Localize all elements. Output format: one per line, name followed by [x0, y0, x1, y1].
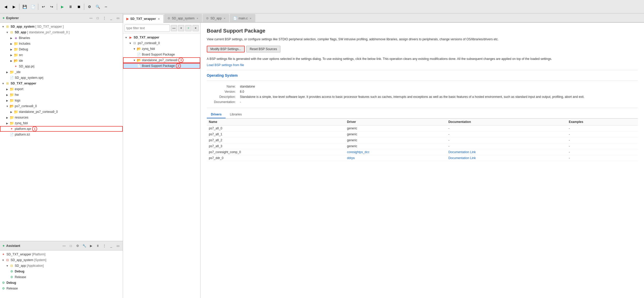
- toolbar-run-btn[interactable]: ▶: [59, 3, 66, 10]
- assistant-label-release: Release: [15, 275, 26, 279]
- ft-bsp-2[interactable]: 📄 Board Support Package 2: [123, 63, 200, 69]
- toolbar-sep-3: [57, 4, 57, 10]
- tree-label-_ide: _ide: [15, 70, 21, 74]
- assistant-tree-release[interactable]: ⚙ Release: [0, 274, 123, 280]
- tab-bar: ▶ SD_TXT_wrapper × ⚙ SD_app_system × ⚙ S…: [123, 13, 644, 23]
- tab-close-main-c[interactable]: ×: [249, 17, 252, 20]
- filter-close-btn[interactable]: ×: [193, 25, 199, 31]
- driver-driver[interactable]: ddrps: [345, 155, 446, 161]
- tab-sd-txt-wrapper[interactable]: ▶ SD_TXT_wrapper ×: [123, 14, 164, 23]
- tree-sd-app-system[interactable]: ▼ ⊞ SD_app_system [ SD_TXT_wrapper ]: [0, 24, 123, 29]
- assistant-tree-sd-app-system[interactable]: ▼ ⊟ SD_app_system [System]: [0, 257, 123, 263]
- ft-zynq-fsbl[interactable]: ▼ 📂 zynq_fsbl: [123, 46, 200, 52]
- assistant-pause-btn[interactable]: ⏸: [95, 243, 101, 249]
- tab-close-sd-app-system[interactable]: ×: [196, 17, 199, 20]
- tree-sd-app-prj[interactable]: ✦ SD_app.prj: [0, 64, 123, 69]
- filter-bar: — + + ×: [123, 23, 200, 34]
- folder-icon: 📁: [9, 115, 14, 120]
- assistant-settings-btn[interactable]: ⚙: [75, 243, 80, 249]
- reset-bsp-button[interactable]: Reset BSP Sources: [246, 46, 280, 52]
- tree-resources[interactable]: ▶ 📁 resources: [0, 115, 123, 120]
- tree-includes[interactable]: ▶ 📁 Includes: [0, 41, 123, 46]
- tab-close-sd-txt-wrapper[interactable]: ×: [157, 17, 160, 21]
- tree-hw[interactable]: ▶ 📁 hw: [0, 92, 123, 98]
- filter-input[interactable]: [125, 25, 170, 32]
- filter-add-btn[interactable]: +: [185, 25, 191, 31]
- explorer-restore-btn[interactable]: ▭: [115, 15, 121, 21]
- assistant-tree-debug2[interactable]: ⚙ Debug: [0, 280, 123, 286]
- toolbar-redo-btn[interactable]: ↪: [48, 3, 55, 10]
- left-panel: ✦ Explorer — □ ⋮ _ ▭ ▼ ⊞ SD_app_system […: [0, 13, 123, 298]
- tree-label-includes: Includes: [19, 42, 30, 45]
- assistant-tree-sd-txt-wrapper[interactable]: ✦ SD_TXT_wrapper [Platform]: [0, 252, 123, 257]
- load-bsp-link[interactable]: Load BSP settings from file: [207, 63, 244, 67]
- assistant-label-sd-app-system-bracket: [System]: [33, 258, 46, 262]
- toolbar-settings-btn[interactable]: ⚙: [86, 3, 93, 10]
- assistant-max-btn[interactable]: ▭: [115, 243, 121, 249]
- toolbar-stop-btn[interactable]: ⏹: [75, 3, 82, 10]
- explorer-menu-btn[interactable]: ⋮: [102, 15, 107, 21]
- toolbar-search-btn[interactable]: 🔍: [94, 3, 101, 10]
- folder-icon: 📁: [9, 70, 14, 74]
- tree-platform-tcl[interactable]: 📄 platform.tcl: [0, 132, 123, 137]
- tree-arrow: ▶: [5, 93, 9, 96]
- modify-bsp-button[interactable]: Modify BSP Settings...: [207, 46, 245, 52]
- driver-documentation[interactable]: Documentation Link: [446, 149, 567, 155]
- toolbar-forward-btn[interactable]: ▶: [10, 3, 18, 10]
- assistant-tree-release2[interactable]: ⚙ Release: [0, 286, 123, 291]
- toolbar-save-btn[interactable]: 💾: [21, 3, 28, 10]
- ft-sd-txt-wrapper[interactable]: ▼ ▶ SD_TXT_wrapper: [123, 35, 200, 40]
- ft-bsp-1[interactable]: 📄 Board Support Package: [123, 52, 200, 57]
- toolbar-resize-btn[interactable]: ↔: [102, 3, 110, 10]
- tree-src[interactable]: ▶ 📁 src: [0, 52, 123, 58]
- tab-main-c[interactable]: 📄 main.c ×: [230, 14, 255, 22]
- ft-ps7-cortexa9-0[interactable]: ▼ ⊟ ps7_cortexa9_0: [123, 40, 200, 46]
- tree-platform-spr[interactable]: ✦ platform.spr 1: [0, 126, 123, 132]
- assistant-restore-btn[interactable]: □: [68, 243, 74, 249]
- tree-arrow: ▶: [9, 48, 13, 51]
- tree-arrow: ▶: [9, 59, 13, 62]
- tree-arrow: ▶: [5, 116, 9, 119]
- toolbar-back-btn[interactable]: ◀: [2, 3, 9, 10]
- assistant-label-sd-txt-wrapper: SD_TXT_wrapper: [6, 253, 31, 256]
- folder-icon: 📁: [9, 121, 14, 126]
- assistant-tree-debug[interactable]: ⚙ Debug: [0, 269, 123, 274]
- assistant-tree-sd-app[interactable]: ▼ ⊟ SD_app [Application]: [0, 263, 123, 269]
- filter-expand-btn[interactable]: +: [178, 25, 184, 31]
- toolbar-pause-btn[interactable]: ⏸: [67, 3, 74, 10]
- assistant-label-debug: Debug: [15, 270, 24, 273]
- driver-documentation[interactable]: Documentation Link: [446, 155, 567, 161]
- assistant-menu-btn[interactable]: ⋮: [102, 243, 107, 249]
- tree-sd-txt-wrapper[interactable]: ▼ ⊞ SD_TXT_wrapper: [0, 81, 123, 86]
- assistant-tools-btn[interactable]: 🔧: [81, 243, 87, 249]
- section-divider-3: [207, 108, 638, 108]
- tree-ide[interactable]: ▶ 📂 ide: [0, 58, 123, 64]
- toolbar-undo-btn[interactable]: ↩: [40, 3, 47, 10]
- toolbar-copy-btn[interactable]: 📄: [29, 3, 36, 10]
- driver-driver: generic: [345, 137, 446, 143]
- assistant-minimize-btn[interactable]: —: [61, 243, 67, 249]
- filter-collapse-btn[interactable]: —: [171, 25, 177, 31]
- tree-ps7-cortexa9-0[interactable]: ▼ 📂 ps7_cortexa9_0: [0, 103, 123, 109]
- tab-sd-app-system[interactable]: ⚙ SD_app_system ×: [164, 14, 202, 22]
- tree-zynq-fsbl[interactable]: ▶ 📁 zynq_fsbl: [0, 120, 123, 126]
- tree-binaries[interactable]: ▶ ◈ Binaries: [0, 35, 123, 41]
- tree-export[interactable]: ▶ 📁 export: [0, 86, 123, 92]
- assistant-run-btn[interactable]: ▶: [88, 243, 94, 249]
- explorer-minimize2-btn[interactable]: _: [108, 15, 114, 21]
- drivers-tab-libraries[interactable]: Libraries: [226, 111, 246, 118]
- tab-sd-app[interactable]: ⚙ SD_app ×: [203, 14, 229, 22]
- assistant-min2-btn[interactable]: _: [108, 243, 114, 249]
- explorer-minimize-btn[interactable]: —: [88, 15, 94, 21]
- drivers-tab-drivers[interactable]: Drivers: [207, 111, 226, 118]
- tree-logs[interactable]: ▶ 📁 logs: [0, 98, 123, 103]
- tree-standalone-ps7[interactable]: ▶ 📁 standalone_ps7_cortexa9_0: [0, 109, 123, 115]
- tree-debug[interactable]: ▶ 📁 Debug: [0, 46, 123, 52]
- driver-driver[interactable]: coresightps_dcc: [345, 149, 446, 155]
- tree-_ide[interactable]: ▶ 📁 _ide: [0, 69, 123, 75]
- explorer-maximize-btn[interactable]: □: [95, 15, 101, 21]
- ft-standalone-ps7[interactable]: ▼ 📂 standalone_ps7_cortexa9 3: [123, 57, 200, 63]
- tab-close-sd-app[interactable]: ×: [223, 17, 226, 20]
- tree-sd-app[interactable]: ▼ ⊟ SD_app [ standalone_ps7_cortexa9_0 ]: [0, 29, 123, 35]
- tree-sd-app-system-sprj[interactable]: 📄 SD_app_system.sprj: [0, 75, 123, 81]
